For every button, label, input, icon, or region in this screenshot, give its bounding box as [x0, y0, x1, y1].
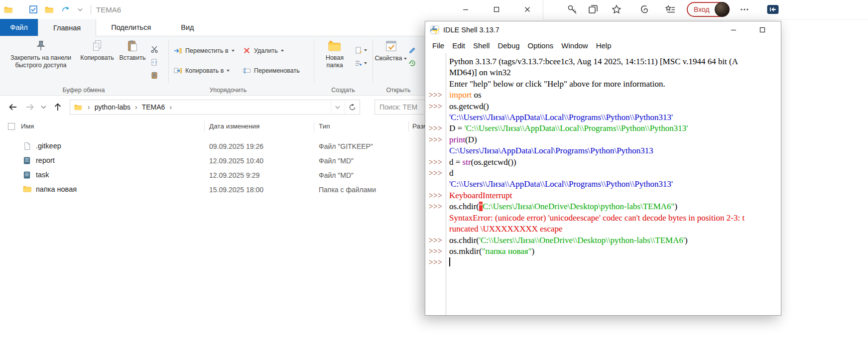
console-line: Python 3.13.7 (tags/v3.13.7:bcee1c3, Aug… [425, 56, 781, 67]
cut-button[interactable] [150, 45, 158, 53]
sidebar-panel-icon[interactable] [766, 4, 779, 15]
menu-file[interactable]: File [428, 41, 448, 50]
console-text[interactable]: C:\Users\Лиза\AppData\Local\Programs\Pyt… [446, 145, 781, 156]
up-button[interactable] [53, 102, 63, 112]
paste-button[interactable]: Вставить [118, 39, 147, 62]
signin-button[interactable]: Вход [687, 2, 730, 17]
move-to-button[interactable]: Переместить в [173, 46, 235, 55]
console-text[interactable]: d [446, 168, 781, 179]
menu-debug[interactable]: Debug [494, 41, 523, 50]
console-text-segment: 'C:\\Users\\Лиза\\OneDrive\\Desktop\\pyt… [479, 236, 685, 245]
shell-console[interactable]: Python 3.13.7 (tags/v3.13.7:bcee1c3, Aug… [425, 53, 781, 315]
refresh-icon[interactable] [344, 100, 360, 114]
minimize-button[interactable] [450, 0, 481, 19]
group-label-new: Создать [331, 87, 355, 94]
prompt: >>> [425, 168, 446, 179]
crumb-chevron: › [169, 103, 172, 111]
favorites-list-icon[interactable] [665, 4, 676, 15]
redo-icon[interactable] [61, 5, 71, 13]
dropdown-caret [232, 50, 235, 52]
copilot-icon[interactable] [638, 4, 649, 15]
settings-dots-icon[interactable] [739, 4, 750, 15]
tab-share[interactable]: Поделиться [96, 19, 166, 36]
console-text[interactable]: D = 'C:\\Users\\Лиза\\AppData\\Local\\Pr… [446, 123, 781, 134]
console-text-segment: os.mkdir( [449, 246, 482, 256]
easy-access-button[interactable] [355, 59, 367, 67]
console-text-segment: "папка новая" [482, 246, 532, 256]
console-line: Enter "help" below or click "Help" above… [425, 79, 781, 90]
delete-icon [243, 46, 251, 55]
maximize-button[interactable] [481, 0, 512, 19]
rename-button[interactable]: Переименовать [243, 66, 300, 75]
favorites-star-icon[interactable] [611, 4, 622, 15]
paste-shortcut-button[interactable] [150, 71, 158, 79]
collections-icon[interactable] [588, 4, 599, 15]
properties-checkbox-icon[interactable] [29, 5, 38, 14]
pin-quick-access-button[interactable]: Закрепить на панели быстрого доступа [6, 39, 76, 69]
console-text[interactable]: os.chdir("C:\Users\Лиза\OneDrive\Desktop… [446, 201, 781, 212]
delete-button[interactable]: Удалить [243, 46, 284, 55]
console-text[interactable] [446, 257, 781, 268]
tab-file[interactable]: Файл [0, 19, 38, 36]
new-folder-quick-icon[interactable] [45, 6, 54, 13]
properties-button[interactable]: Свойства [375, 39, 406, 62]
menu-shell[interactable]: Shell [469, 41, 494, 50]
console-text-segment: C:\Users\Лиза\AppData\Local\Programs\Pyt… [449, 146, 653, 155]
menu-window[interactable]: Window [557, 41, 592, 50]
copy-to-icon [173, 66, 182, 75]
console-text-segment: os.chdir( [449, 236, 479, 245]
console-text[interactable]: Python 3.13.7 (tags/v3.13.7:bcee1c3, Aug… [446, 56, 781, 67]
column-header-name[interactable]: Имя [21, 122, 34, 130]
menu-edit[interactable]: Edit [448, 41, 469, 50]
dropdown-caret [404, 58, 407, 60]
tab-home[interactable]: Главная [38, 19, 96, 36]
breadcrumb[interactable]: › python-labs › TEMA6 › [70, 100, 360, 115]
column-header-type[interactable]: Тип [319, 122, 330, 130]
recent-locations-chevron[interactable] [41, 105, 46, 109]
console-text[interactable]: 'C:\\Users\\Лиза\\AppData\\Local\\Progra… [446, 112, 781, 123]
tab-view[interactable]: Вид [166, 19, 209, 36]
console-text[interactable]: os.getcwd() [446, 101, 781, 112]
idle-titlebar[interactable]: IDLE Shell 3.13.7 [425, 21, 781, 38]
close-button[interactable] [512, 0, 543, 19]
history-button[interactable] [408, 59, 416, 67]
idle-minimize-button[interactable] [719, 21, 748, 38]
console-text[interactable]: print(D) [446, 134, 781, 145]
crumb-python-labs[interactable]: python-labs [94, 103, 131, 111]
console-text-segment: Enter "help" below or click "Help" above… [449, 79, 665, 89]
console-text[interactable]: import os [446, 90, 781, 101]
console-text[interactable]: SyntaxError: (unicode error) 'unicodeesc… [446, 213, 781, 224]
console-text[interactable]: runcated \UXXXXXXXX escape [446, 224, 781, 235]
copy-button[interactable]: Копировать [79, 39, 116, 62]
console-text[interactable]: 'C:\\Users\\Лиза\\AppData\\Local\\Progra… [446, 179, 781, 190]
menu-options[interactable]: Options [524, 41, 558, 50]
pin-icon [34, 39, 47, 52]
console-text[interactable]: MD64)] on win32 [446, 67, 781, 78]
console-text[interactable]: os.chdir('C:\\Users\\Лиза\\OneDrive\\Des… [446, 235, 781, 246]
console-text[interactable]: KeyboardInterrupt [446, 190, 781, 201]
prompt [425, 145, 446, 156]
address-dropdown-chevron[interactable] [331, 100, 344, 114]
console-text[interactable]: os.mkdir("папка новая") [446, 246, 781, 257]
column-header-date[interactable]: Дата изменения [209, 122, 259, 130]
console-text[interactable]: Enter "help" below or click "Help" above… [446, 79, 781, 90]
crumb-tema6[interactable]: TEMA6 [141, 103, 166, 111]
qat-dropdown-chevron[interactable] [78, 8, 83, 11]
new-folder-button[interactable]: Новая папка [318, 39, 352, 69]
key-icon[interactable] [567, 4, 578, 15]
copy-path-button[interactable] [150, 58, 158, 66]
avatar[interactable] [715, 2, 730, 17]
console-text-segment: Python 3.13.7 (tags/v3.13.7:bcee1c3, Aug… [449, 57, 738, 66]
console-text[interactable]: d = str(os.getcwd()) [446, 157, 781, 168]
idle-maximize-button[interactable] [748, 21, 777, 38]
menu-help[interactable]: Help [592, 41, 616, 50]
edit-button[interactable] [408, 46, 416, 54]
console-line: >>>os.getcwd() [425, 101, 781, 112]
copy-to-button[interactable]: Копировать в [173, 66, 230, 75]
prompt: >>> [425, 246, 446, 257]
new-item-button[interactable] [355, 46, 367, 54]
forward-button[interactable] [25, 102, 35, 112]
back-button[interactable] [8, 102, 18, 112]
select-all-checkbox[interactable] [8, 123, 15, 130]
console-text-segment: D = [449, 123, 464, 133]
